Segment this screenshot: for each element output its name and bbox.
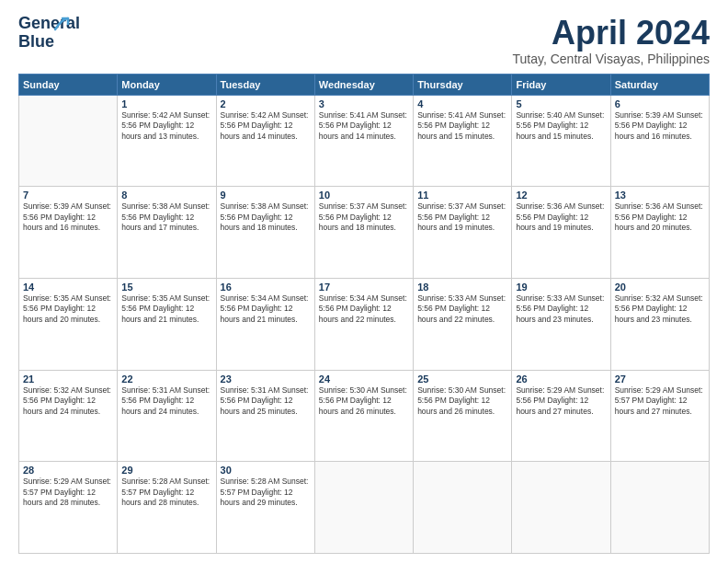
day-number: 17 <box>319 282 409 293</box>
cell-info: Sunrise: 5:37 AM Sunset: 5:56 PM Dayligh… <box>417 201 507 233</box>
day-number: 12 <box>516 190 606 201</box>
cell-info: Sunrise: 5:28 AM Sunset: 5:57 PM Dayligh… <box>221 477 311 508</box>
table-row: 16Sunrise: 5:34 AM Sunset: 5:56 PM Dayli… <box>216 278 314 370</box>
table-row: 18Sunrise: 5:33 AM Sunset: 5:56 PM Dayli… <box>414 278 512 370</box>
page: General Blue April 2024 Tutay, Central V… <box>0 0 728 563</box>
cell-info: Sunrise: 5:39 AM Sunset: 5:56 PM Dayligh… <box>23 201 113 233</box>
table-row: 28Sunrise: 5:29 AM Sunset: 5:57 PM Dayli… <box>19 462 118 554</box>
table-row: 2Sunrise: 5:42 AM Sunset: 5:56 PM Daylig… <box>216 95 314 187</box>
table-row: 17Sunrise: 5:34 AM Sunset: 5:56 PM Dayli… <box>314 278 413 370</box>
cell-info: Sunrise: 5:39 AM Sunset: 5:56 PM Dayligh… <box>615 110 705 142</box>
table-row: 7Sunrise: 5:39 AM Sunset: 5:56 PM Daylig… <box>19 187 118 279</box>
cell-info: Sunrise: 5:36 AM Sunset: 5:56 PM Dayligh… <box>516 201 606 233</box>
week-row-2: 7Sunrise: 5:39 AM Sunset: 5:56 PM Daylig… <box>19 187 710 279</box>
day-number: 15 <box>121 282 211 293</box>
day-number: 13 <box>615 190 705 201</box>
cell-info: Sunrise: 5:42 AM Sunset: 5:56 PM Dayligh… <box>121 110 211 142</box>
table-row <box>19 95 118 187</box>
table-row: 12Sunrise: 5:36 AM Sunset: 5:56 PM Dayli… <box>512 187 610 279</box>
day-number: 6 <box>615 98 705 109</box>
table-row: 23Sunrise: 5:31 AM Sunset: 5:56 PM Dayli… <box>216 370 314 462</box>
col-friday: Friday <box>512 74 610 95</box>
table-row <box>512 462 610 554</box>
day-number: 26 <box>516 373 606 385</box>
day-number: 5 <box>516 98 606 109</box>
day-number: 25 <box>417 373 507 385</box>
cell-info: Sunrise: 5:30 AM Sunset: 5:56 PM Dayligh… <box>417 385 507 417</box>
cell-info: Sunrise: 5:33 AM Sunset: 5:56 PM Dayligh… <box>417 293 507 325</box>
table-row: 15Sunrise: 5:35 AM Sunset: 5:56 PM Dayli… <box>118 278 216 370</box>
table-row: 20Sunrise: 5:32 AM Sunset: 5:56 PM Dayli… <box>610 278 709 370</box>
day-number: 14 <box>23 282 113 293</box>
week-row-1: 1Sunrise: 5:42 AM Sunset: 5:56 PM Daylig… <box>19 95 710 187</box>
table-row: 30Sunrise: 5:28 AM Sunset: 5:57 PM Dayli… <box>216 462 314 554</box>
table-row: 9Sunrise: 5:38 AM Sunset: 5:56 PM Daylig… <box>216 187 314 279</box>
table-row: 3Sunrise: 5:41 AM Sunset: 5:56 PM Daylig… <box>314 95 413 187</box>
table-row: 5Sunrise: 5:40 AM Sunset: 5:56 PM Daylig… <box>512 95 610 187</box>
table-row: 6Sunrise: 5:39 AM Sunset: 5:56 PM Daylig… <box>610 95 709 187</box>
cell-info: Sunrise: 5:36 AM Sunset: 5:56 PM Dayligh… <box>615 201 705 233</box>
table-row: 14Sunrise: 5:35 AM Sunset: 5:56 PM Dayli… <box>19 278 118 370</box>
cell-info: Sunrise: 5:38 AM Sunset: 5:56 PM Dayligh… <box>221 201 311 233</box>
day-number: 18 <box>417 282 507 293</box>
cell-info: Sunrise: 5:38 AM Sunset: 5:56 PM Dayligh… <box>121 201 211 233</box>
table-row: 10Sunrise: 5:37 AM Sunset: 5:56 PM Dayli… <box>314 187 413 279</box>
cell-info: Sunrise: 5:35 AM Sunset: 5:56 PM Dayligh… <box>23 293 113 325</box>
day-number: 19 <box>516 282 606 293</box>
table-row: 1Sunrise: 5:42 AM Sunset: 5:56 PM Daylig… <box>118 95 216 187</box>
cell-info: Sunrise: 5:33 AM Sunset: 5:56 PM Dayligh… <box>516 293 606 325</box>
day-number: 7 <box>23 190 113 201</box>
day-number: 22 <box>121 373 211 385</box>
cell-info: Sunrise: 5:31 AM Sunset: 5:56 PM Dayligh… <box>221 385 311 417</box>
cell-info: Sunrise: 5:41 AM Sunset: 5:56 PM Dayligh… <box>319 110 409 142</box>
table-row: 13Sunrise: 5:36 AM Sunset: 5:56 PM Dayli… <box>610 187 709 279</box>
table-row: 19Sunrise: 5:33 AM Sunset: 5:56 PM Dayli… <box>512 278 610 370</box>
day-number: 8 <box>121 190 211 201</box>
table-row: 25Sunrise: 5:30 AM Sunset: 5:56 PM Dayli… <box>414 370 512 462</box>
table-row <box>414 462 512 554</box>
col-wednesday: Wednesday <box>314 74 413 95</box>
table-row: 22Sunrise: 5:31 AM Sunset: 5:56 PM Dayli… <box>118 370 216 462</box>
calendar-table: Sunday Monday Tuesday Wednesday Thursday… <box>18 74 710 554</box>
table-row: 26Sunrise: 5:29 AM Sunset: 5:56 PM Dayli… <box>512 370 610 462</box>
day-number: 24 <box>319 373 409 385</box>
cell-info: Sunrise: 5:35 AM Sunset: 5:56 PM Dayligh… <box>121 293 211 325</box>
table-row <box>314 462 413 554</box>
day-number: 1 <box>121 98 211 109</box>
col-saturday: Saturday <box>610 74 709 95</box>
cell-info: Sunrise: 5:42 AM Sunset: 5:56 PM Dayligh… <box>221 110 311 142</box>
week-row-3: 14Sunrise: 5:35 AM Sunset: 5:56 PM Dayli… <box>19 278 710 370</box>
day-number: 28 <box>23 465 113 476</box>
col-thursday: Thursday <box>414 74 512 95</box>
cell-info: Sunrise: 5:37 AM Sunset: 5:56 PM Dayligh… <box>319 201 409 233</box>
table-row: 27Sunrise: 5:29 AM Sunset: 5:57 PM Dayli… <box>610 370 709 462</box>
day-number: 9 <box>221 190 311 201</box>
day-number: 30 <box>221 465 311 476</box>
day-number: 16 <box>221 282 311 293</box>
cell-info: Sunrise: 5:31 AM Sunset: 5:56 PM Dayligh… <box>121 385 211 417</box>
day-number: 20 <box>615 282 705 293</box>
week-row-5: 28Sunrise: 5:29 AM Sunset: 5:57 PM Dayli… <box>19 462 710 554</box>
table-row: 21Sunrise: 5:32 AM Sunset: 5:56 PM Dayli… <box>19 370 118 462</box>
table-row: 11Sunrise: 5:37 AM Sunset: 5:56 PM Dayli… <box>414 187 512 279</box>
cell-info: Sunrise: 5:34 AM Sunset: 5:56 PM Dayligh… <box>319 293 409 325</box>
day-number: 2 <box>221 98 311 109</box>
day-number: 29 <box>121 465 211 476</box>
col-tuesday: Tuesday <box>216 74 314 95</box>
day-number: 10 <box>319 190 409 201</box>
day-number: 4 <box>417 98 507 109</box>
day-number: 23 <box>221 373 311 385</box>
logo: General Blue <box>18 15 66 48</box>
cell-info: Sunrise: 5:29 AM Sunset: 5:57 PM Dayligh… <box>615 385 705 417</box>
cell-info: Sunrise: 5:34 AM Sunset: 5:56 PM Dayligh… <box>221 293 311 325</box>
day-number: 11 <box>417 190 507 201</box>
table-row: 8Sunrise: 5:38 AM Sunset: 5:56 PM Daylig… <box>118 187 216 279</box>
col-sunday: Sunday <box>19 74 118 95</box>
col-monday: Monday <box>118 74 216 95</box>
week-row-4: 21Sunrise: 5:32 AM Sunset: 5:56 PM Dayli… <box>19 370 710 462</box>
day-number: 21 <box>23 373 113 385</box>
day-number: 3 <box>319 98 409 109</box>
day-number: 27 <box>615 373 705 385</box>
cell-info: Sunrise: 5:29 AM Sunset: 5:57 PM Dayligh… <box>23 477 113 508</box>
cell-info: Sunrise: 5:30 AM Sunset: 5:56 PM Dayligh… <box>319 385 409 417</box>
